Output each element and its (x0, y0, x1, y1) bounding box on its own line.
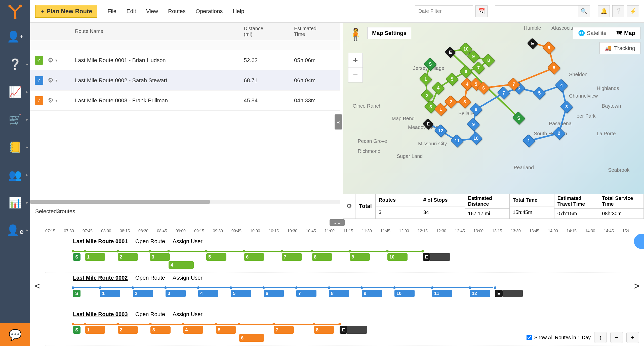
timeline-stop[interactable]: 9 (362, 290, 382, 297)
timeline-stop[interactable]: 5 (206, 253, 226, 261)
col-header-time[interactable]: EstimatedTime (290, 23, 340, 40)
timeline-stop[interactable]: 3 (166, 290, 186, 297)
timeline-prev-button[interactable]: < (30, 226, 45, 346)
route-checkbox[interactable]: ✓ (35, 56, 43, 65)
open-route-button[interactable]: Open Route (135, 311, 165, 318)
tracking-button[interactable]: 🚚Tracking (599, 42, 640, 54)
timeline-stop[interactable]: 2 (118, 326, 138, 334)
sidebar-item-optimize[interactable]: 📈▸ (0, 78, 30, 106)
sidebar-item-help[interactable]: ❔▸ (0, 50, 30, 78)
timeline-stop[interactable]: 10 (387, 253, 408, 261)
zoom-out-button[interactable]: − (348, 68, 363, 82)
timeline-start-marker[interactable]: S (73, 290, 80, 297)
route-row[interactable]: ✓ ⚙▼ Last Mile Route 0002 - Sarah Stewar… (30, 70, 340, 91)
collapse-panel-left-button[interactable]: « (335, 114, 342, 129)
timeline-stop[interactable]: 8 (329, 290, 349, 297)
sidebar-item-add-user[interactable]: 👤+ (0, 23, 30, 50)
timeline-fit-button[interactable]: ↕ (594, 332, 607, 343)
assign-user-button[interactable]: Assign User (173, 275, 203, 281)
timeline-stop[interactable]: 7 (274, 326, 294, 334)
timeline-start-marker[interactable]: S (73, 253, 80, 261)
logo[interactable] (0, 0, 30, 23)
show-all-routes-checkbox[interactable]: Show All Routes in 1 Day (527, 335, 591, 340)
menu-item-file[interactable]: File (107, 8, 116, 15)
help-button[interactable]: ❔ (612, 5, 624, 17)
map-panel[interactable]: HumbleAtascocitaJersey VillageSheldonHig… (343, 23, 644, 194)
menu-item-help[interactable]: Help (233, 8, 244, 15)
timeline-zoom-out-button[interactable]: − (610, 332, 623, 343)
timeline-stop[interactable]: 3 (150, 326, 171, 334)
timeline-end-marker[interactable]: E (423, 253, 430, 261)
stats-gear-button[interactable]: ⚙ (343, 194, 355, 219)
timeline-footer: Show All Routes in 1 Day ↕ − + (527, 332, 639, 343)
street-view-pegman[interactable]: 🧍 (348, 27, 361, 47)
plan-new-route-button[interactable]: +Plan New Route (35, 5, 97, 18)
timeline-stop[interactable]: 6 (264, 290, 284, 297)
route-gear-button[interactable]: ⚙▼ (48, 76, 70, 84)
search-input[interactable] (495, 5, 578, 17)
sidebar-item-analytics[interactable]: 📊▸ (0, 189, 30, 216)
route-checkbox[interactable]: ✓ (35, 96, 43, 105)
map-button[interactable]: 🗺Map (612, 27, 640, 39)
menu-item-routes[interactable]: Routes (168, 8, 186, 15)
timeline-end-marker[interactable]: E (495, 290, 503, 297)
timeline-stop[interactable]: 4 (183, 326, 203, 334)
chat-button[interactable]: 💬 (0, 323, 30, 346)
timeline-stop[interactable]: 8 (314, 326, 334, 334)
satellite-button[interactable]: 🌐Satellite (573, 27, 612, 39)
timeline-stop[interactable]: 6 (244, 253, 264, 261)
map-settings-button[interactable]: Map Settings (367, 27, 411, 39)
sidebar-item-address-book[interactable]: 📒▸ (0, 133, 30, 161)
timeline-stop[interactable]: 3 (150, 253, 170, 261)
timeline-stop[interactable]: 9 (350, 253, 370, 261)
zoom-in-button[interactable]: + (348, 53, 363, 68)
menu-item-edit[interactable]: Edit (127, 8, 136, 15)
timeline-stop[interactable]: 2 (118, 253, 138, 261)
timeline-stop[interactable]: 5 (216, 326, 236, 334)
sidebar-item-team[interactable]: 👥▸ (0, 161, 30, 189)
timeline-stop[interactable]: 8 (312, 253, 332, 261)
route-gear-button[interactable]: ⚙▼ (48, 97, 70, 104)
timeline-stop[interactable]: 11 (432, 290, 452, 297)
timeline-stop[interactable]: 7 (296, 290, 316, 297)
horizontal-scrollbar[interactable] (30, 200, 340, 204)
route-row[interactable]: ✓ ⚙▼ Last Mile Route 0003 - Frank Pullma… (30, 91, 340, 111)
col-header-distance[interactable]: Distance(mi) (239, 23, 290, 40)
assign-user-button[interactable]: Assign User (173, 311, 203, 318)
calendar-button[interactable]: 📅 (475, 5, 488, 17)
timeline-route-name[interactable]: Last Mile Route 0003 (73, 311, 128, 318)
sidebar-item-orders[interactable]: 🛒▸ (0, 106, 30, 133)
timeline-stop[interactable]: 1 (85, 326, 105, 334)
col-header-name[interactable]: Route Name (70, 23, 239, 40)
menu-item-operations[interactable]: Operations (196, 8, 223, 15)
assign-user-button[interactable]: Assign User (173, 238, 203, 245)
sidebar-item-user-settings[interactable]: 👤⚙▸ (0, 216, 30, 244)
power-button[interactable]: ⚡ (627, 5, 639, 17)
route-row[interactable]: ✓ ⚙▼ Last Mile Route 0001 - Brian Hudson… (30, 50, 340, 70)
open-route-button[interactable]: Open Route (135, 238, 165, 245)
timeline-stop[interactable]: 7 (282, 253, 302, 261)
timeline-stop[interactable]: 10 (394, 290, 415, 297)
route-checkbox[interactable]: ✓ (35, 76, 43, 85)
notifications-button[interactable]: 🔔 (598, 5, 610, 17)
timeline-start-marker[interactable]: S (73, 326, 80, 334)
timeline-stop[interactable]: 6 (239, 334, 264, 342)
timeline-stop[interactable]: 1 (85, 253, 105, 261)
timeline-stop[interactable]: 4 (198, 290, 218, 297)
timeline-zoom-in-button[interactable]: + (626, 332, 639, 343)
date-filter-input[interactable]: Date Filter (415, 5, 473, 17)
timeline-end-marker[interactable]: E (340, 326, 347, 334)
timeline-stop[interactable]: 2 (133, 290, 153, 297)
timeline-stop[interactable]: 5 (231, 290, 251, 297)
route-gear-button[interactable]: ⚙▼ (48, 56, 70, 64)
open-route-button[interactable]: Open Route (135, 275, 165, 281)
menu-item-view[interactable]: View (146, 8, 158, 15)
collapse-panel-down-button[interactable]: ⌄⌄ (330, 219, 345, 226)
timeline-route-name[interactable]: Last Mile Route 0002 (73, 275, 128, 281)
timeline-stop[interactable]: 12 (470, 290, 490, 297)
timeline-stop[interactable]: 1 (100, 290, 120, 297)
search-button[interactable]: 🔍 (578, 5, 590, 17)
map-type-toggle: 🌐Satellite 🗺Map (573, 27, 640, 39)
timeline-stop[interactable]: 4 (169, 261, 194, 269)
timeline-route-name[interactable]: Last Mile Route 0001 (73, 238, 128, 245)
